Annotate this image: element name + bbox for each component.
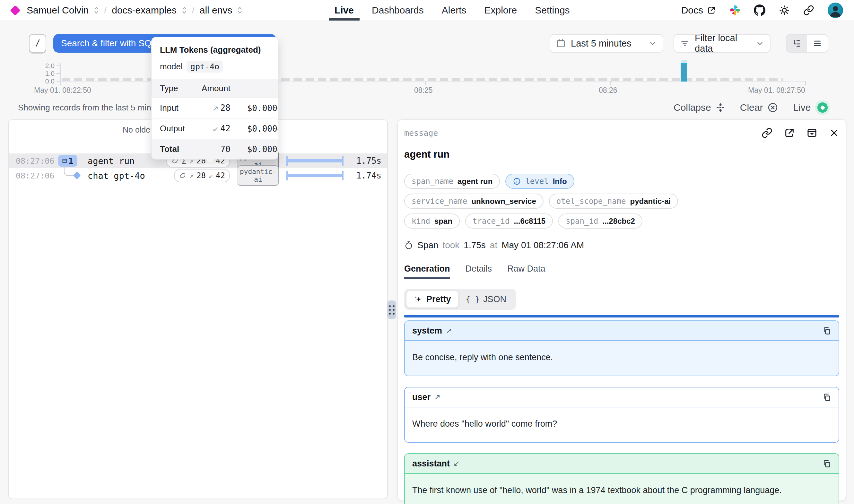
- input-tokens: 28: [197, 171, 206, 180]
- collapse-button[interactable]: Collapse: [674, 102, 725, 113]
- share-link-icon[interactable]: [803, 5, 814, 16]
- clear-button[interactable]: Clear: [740, 102, 779, 113]
- output-arrow-icon: ↙: [209, 172, 213, 180]
- chevron-updown-icon[interactable]: [94, 6, 99, 15]
- logfire-logo-icon[interactable]: [10, 5, 21, 16]
- span-title: agent run: [404, 149, 839, 160]
- filter-local-data-select[interactable]: Filter local data: [674, 34, 770, 53]
- model-value: gpt-4o: [187, 61, 223, 73]
- panel-type-label: message: [404, 128, 438, 138]
- showing-records-text: Showing records from the last 5 minutes: [18, 103, 167, 113]
- dock-panel-icon[interactable]: [806, 127, 817, 138]
- selected-histogram-bar[interactable]: [680, 63, 687, 82]
- duration-bar[interactable]: [286, 156, 344, 166]
- output-tokens: 42: [216, 171, 225, 180]
- close-panel-icon[interactable]: [829, 128, 839, 138]
- badge-span-id[interactable]: span_id...28cbc2: [558, 214, 642, 229]
- nav-tab-settings[interactable]: Settings: [535, 0, 569, 20]
- breadcrumb-project[interactable]: docs-examples: [112, 5, 177, 16]
- section-divider-top: [404, 315, 839, 318]
- nav-tab-explore[interactable]: Explore: [484, 0, 517, 20]
- tooltip-title: LLM Tokens (aggregated): [151, 37, 278, 55]
- message-card-assistant: assistant ↙ The first known use of "hell…: [404, 453, 839, 504]
- sparkle-icon: [414, 295, 423, 304]
- breadcrumb-env[interactable]: all envs: [200, 5, 233, 16]
- duration-text: 1.74s: [351, 171, 381, 180]
- copy-link-icon[interactable]: [762, 127, 773, 138]
- logfire-live-screen: Samuel Colvin / docs-examples / all envs…: [0, 0, 854, 504]
- breadcrumb-separator: /: [192, 5, 195, 15]
- trace-row-chat-gpt4o[interactable]: 08:27:06 chat gpt-4o ↗ 28 ↙ 42: [9, 168, 387, 183]
- output-arrow-icon: ↙: [213, 125, 218, 133]
- role-label: assistant: [412, 459, 450, 469]
- list-view-button[interactable]: [807, 35, 828, 52]
- nav-tab-alerts[interactable]: Alerts: [442, 0, 467, 20]
- token-usage-chip[interactable]: ↗ 28 ↙ 42: [174, 169, 230, 182]
- chevron-updown-icon[interactable]: [237, 6, 242, 15]
- token-cost-table: Type Amount Cost Input ↗28 $0.0000700 Ou…: [151, 79, 278, 159]
- badge-span-name[interactable]: span_nameagent run: [404, 174, 500, 189]
- nav-tab-dashboards[interactable]: Dashboards: [372, 0, 424, 20]
- breadcrumb-org[interactable]: Samuel Colvin: [26, 5, 89, 16]
- tab-details[interactable]: Details: [466, 264, 492, 278]
- json-toggle-button[interactable]: { } JSON: [458, 291, 514, 308]
- trace-list-panel: No older records 08:27:06 ⊟ 1 agent run: [8, 120, 388, 499]
- chevron-updown-icon[interactable]: [182, 6, 187, 15]
- panel-resize-handle[interactable]: [387, 301, 396, 319]
- badge-service-name[interactable]: service_nameunknown_service: [404, 194, 544, 209]
- input-arrow-icon: ↗: [213, 104, 218, 112]
- live-status-icon: [815, 100, 830, 115]
- tree-connector: [64, 165, 74, 176]
- trace-timestamp: 08:27:06: [16, 171, 55, 180]
- input-arrow-icon: ↗: [446, 326, 452, 335]
- message-text: The first known use of "hello, world" wa…: [405, 474, 839, 504]
- duration-bar[interactable]: [286, 171, 344, 180]
- y-tick-label: 2.0: [35, 62, 55, 70]
- docs-link[interactable]: Docs: [681, 5, 716, 16]
- output-arrow-icon: ↙: [453, 459, 460, 468]
- attribute-badges: span_nameagent run levelInfo service_nam…: [404, 174, 839, 229]
- y-axis: [60, 63, 61, 85]
- pretty-toggle-button[interactable]: Pretty: [406, 291, 458, 308]
- view-mode-toggle: [786, 34, 828, 53]
- span-name: chat gpt-4o: [88, 171, 145, 181]
- x-tick-label: May 01. 08:27:50: [748, 86, 805, 95]
- theme-sun-icon[interactable]: [779, 5, 790, 16]
- role-label: user: [412, 392, 431, 402]
- y-tick-label: 1.0: [35, 70, 55, 77]
- github-icon[interactable]: [754, 4, 765, 16]
- time-range-select[interactable]: Last 5 minutes: [550, 34, 663, 53]
- slash-shortcut-key[interactable]: /: [29, 34, 46, 53]
- message-card-system: system ↗ Be concise, reply with one sent…: [404, 320, 839, 376]
- scope-tag[interactable]: pydantic-ai: [238, 165, 279, 186]
- breadcrumb-separator: /: [104, 5, 107, 15]
- badge-trace-id[interactable]: trace_id...6c8115: [465, 214, 553, 229]
- detail-tabs: Generation Details Raw Data: [404, 264, 839, 279]
- tab-generation[interactable]: Generation: [404, 264, 450, 278]
- copy-icon[interactable]: [822, 393, 831, 401]
- table-row-input: Input ↗28 $0.0000700: [151, 98, 278, 119]
- badge-kind[interactable]: kindspan: [404, 214, 460, 229]
- input-arrow-icon: ↗: [189, 172, 194, 180]
- role-label: system: [412, 326, 442, 336]
- list-actions: Collapse Clear Live: [674, 100, 830, 115]
- copy-icon[interactable]: [822, 326, 831, 335]
- user-avatar[interactable]: [828, 3, 843, 18]
- tree-view-button[interactable]: [786, 35, 807, 52]
- tab-raw-data[interactable]: Raw Data: [507, 264, 545, 278]
- table-row-output: Output ↙42 $0.0004200: [151, 119, 278, 139]
- nav-tab-live[interactable]: Live: [334, 0, 354, 20]
- info-circle-icon: [513, 177, 521, 185]
- badge-otel-scope-name[interactable]: otel_scope_namepydantic-ai: [549, 194, 678, 209]
- x-tick-label: May 01. 08:22:50: [34, 86, 91, 95]
- badge-level[interactable]: levelInfo: [505, 174, 574, 189]
- trace-timestamp: 08:27:06: [16, 156, 55, 166]
- filter-lines-icon: [680, 38, 690, 48]
- y-tick-label: 0.0: [35, 77, 55, 85]
- copy-icon[interactable]: [822, 459, 831, 468]
- table-row-total: Total 70 $0.0004900: [151, 139, 278, 160]
- live-toggle[interactable]: Live: [793, 100, 830, 115]
- open-in-new-icon[interactable]: [784, 127, 795, 138]
- col-amount: Amount: [193, 79, 239, 98]
- slack-icon[interactable]: [729, 5, 740, 16]
